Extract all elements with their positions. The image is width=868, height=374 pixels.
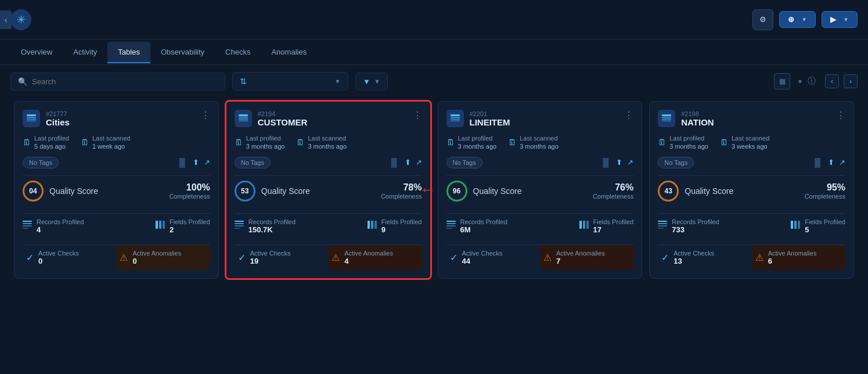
- tab-anomalies[interactable]: Anomalies: [261, 42, 317, 63]
- tag-badge[interactable]: No Tags: [446, 157, 482, 168]
- checks-value: 0: [38, 257, 79, 265]
- checks-label: Active Checks: [250, 250, 291, 257]
- svg-rect-25: [451, 120, 460, 121]
- fields-icon: [156, 221, 165, 231]
- profiling-row: 🗓 Last profiled3 months ago 🗓 Last scann…: [446, 134, 634, 151]
- card-id-block: #21777 Cities: [23, 110, 70, 127]
- active-checks-stat: ✓ Active Checks 44: [446, 245, 540, 270]
- prev-page-button[interactable]: ‹: [825, 74, 839, 88]
- stats-row: Records Profiled 733 Fields Profiled 5: [658, 213, 845, 239]
- last-scanned-item: 🗓 Last scanned1 week ago: [81, 134, 130, 151]
- profiled-text: Last profiled3 months ago: [458, 134, 497, 151]
- anomalies-text: Active Anomalies 7: [556, 250, 605, 265]
- table-card-lineitem[interactable]: #2201 LINEITEM ⋮ 🗓 Last profiled3 months…: [438, 101, 643, 279]
- fields-icon: [368, 221, 377, 231]
- card-menu-button[interactable]: ⋮: [201, 110, 210, 121]
- anomalies-value: 0: [132, 257, 181, 265]
- svg-rect-31: [583, 221, 585, 229]
- fields-label: Fields Profiled: [593, 218, 634, 225]
- header-left: ✳: [10, 9, 38, 30]
- last-scanned-item: 🗓 Last scanned3 weeks ago: [720, 134, 769, 151]
- last-scanned-item: 🗓 Last scanned3 months ago: [296, 134, 347, 151]
- anomalies-value: 6: [768, 257, 817, 265]
- grid-toggle-button[interactable]: ▦: [774, 73, 790, 89]
- fields-text: Fields Profiled 2: [170, 218, 210, 234]
- active-anomalies-stat: ⚠ Active Anomalies 0: [116, 245, 210, 270]
- records-icon: [235, 221, 244, 231]
- tags-row: No Tags ▐▌ ⬆ ↗: [658, 157, 845, 168]
- quality-pct: 78%: [381, 182, 422, 193]
- bottom-stats: ✓ Active Checks 44 ⚠ Active Anomalies 7: [446, 244, 634, 270]
- active-checks-stat: ✓ Active Checks 19: [235, 245, 328, 270]
- profiling-row: 🗓 Last profiled3 months ago 🗓 Last scann…: [658, 134, 845, 151]
- run-button[interactable]: ▶ ▼: [822, 11, 858, 28]
- quality-row: 53 Quality Score 78% Completeness: [235, 175, 422, 206]
- scanned-text: Last scanned1 week ago: [92, 134, 130, 151]
- last-profiled-item: 🗓 Last profiled3 months ago: [658, 134, 708, 151]
- run-icon: ▶: [830, 15, 836, 24]
- search-input[interactable]: [32, 77, 218, 86]
- checks-text: Active Checks 19: [250, 250, 291, 265]
- anomaly-icon: ⚠: [332, 252, 340, 263]
- quality-label: Quality Score: [49, 186, 98, 196]
- bottom-stats: ✓ Active Checks 13 ⚠ Active Anomalies 6: [658, 244, 845, 270]
- fields-value: 17: [593, 225, 634, 234]
- tab-tables[interactable]: Tables: [107, 42, 150, 63]
- tags-row: No Tags ▐▌ ⬆ ↗: [235, 157, 422, 168]
- tab-overview[interactable]: Overview: [10, 42, 63, 63]
- records-value: 150.7K: [248, 225, 296, 234]
- svg-rect-6: [23, 225, 32, 226]
- checks-text: Active Checks 44: [462, 250, 503, 265]
- table-card-nation[interactable]: #2198 NATION ⋮ 🗓 Last profiled3 months a…: [649, 101, 854, 279]
- records-icon: [23, 221, 32, 231]
- quality-sub: Completeness: [381, 193, 422, 200]
- table-card-cities[interactable]: #21777 Cities ⋮ 🗓 Last profiled5 days ag…: [14, 101, 219, 279]
- table-icon: [235, 110, 252, 127]
- grid-icon: ▦: [779, 77, 786, 85]
- svg-rect-38: [658, 223, 667, 224]
- quality-sub: Completeness: [593, 193, 633, 200]
- filter-button[interactable]: ▼ ▼: [355, 73, 388, 91]
- profiled-icon: 🗓: [23, 138, 31, 147]
- last-profiled-item: 🗓 Last profiled5 days ago: [23, 134, 69, 151]
- quality-sub: Completeness: [805, 193, 845, 200]
- stats-row: Records Profiled 4 Fields Profiled 2: [23, 213, 210, 239]
- search-box[interactable]: 🔍: [10, 73, 225, 91]
- per-page-selector[interactable]: ▼: [795, 78, 803, 85]
- tab-checks[interactable]: Checks: [215, 42, 261, 63]
- filter-icon: ▼: [363, 77, 370, 86]
- help-icon: ⓘ: [808, 76, 816, 87]
- svg-rect-17: [235, 225, 244, 226]
- settings-button[interactable]: ⚙: [752, 9, 773, 30]
- back-button[interactable]: ‹: [0, 10, 12, 29]
- tag-badge[interactable]: No Tags: [235, 157, 271, 168]
- tag-badge[interactable]: No Tags: [658, 157, 694, 168]
- next-page-button[interactable]: ›: [844, 74, 858, 88]
- tab-observability[interactable]: Observability: [150, 42, 215, 63]
- tag-badge[interactable]: No Tags: [23, 157, 59, 168]
- scanned-icon: 🗓: [720, 138, 728, 147]
- last-profiled-item: 🗓 Last profiled3 months ago: [235, 134, 285, 151]
- add-button[interactable]: ⊕ ▼: [779, 11, 816, 28]
- svg-rect-27: [446, 223, 456, 224]
- checks-value: 19: [250, 257, 291, 265]
- card-id-block: #2194 CUSTOMER: [235, 110, 308, 127]
- card-header: #2198 NATION ⋮: [658, 110, 845, 127]
- records-value: 733: [672, 225, 719, 234]
- profiled-icon: 🗓: [235, 138, 243, 147]
- card-menu-button[interactable]: ⋮: [836, 110, 845, 121]
- card-menu-button[interactable]: ⋮: [624, 110, 633, 121]
- sort-box[interactable]: ⇅ ▼: [232, 72, 348, 91]
- card-menu-button[interactable]: ⋮: [413, 110, 422, 121]
- sort-icon: ⇅: [240, 77, 247, 86]
- sort-chevron-icon: ▼: [334, 78, 341, 85]
- svg-rect-40: [658, 228, 664, 229]
- quality-left: 43 Quality Score: [658, 181, 733, 202]
- svg-rect-4: [23, 221, 32, 222]
- tab-activity[interactable]: Activity: [63, 42, 107, 63]
- table-icon: [658, 110, 675, 127]
- table-card-customer[interactable]: #2194 CUSTOMER ⋮ 🗓 Last profiled3 months…: [225, 100, 432, 280]
- checks-icon: ✓: [661, 252, 669, 263]
- quality-right: 76% Completeness: [593, 182, 633, 200]
- bar-chart-icon: ▐▌: [177, 158, 188, 167]
